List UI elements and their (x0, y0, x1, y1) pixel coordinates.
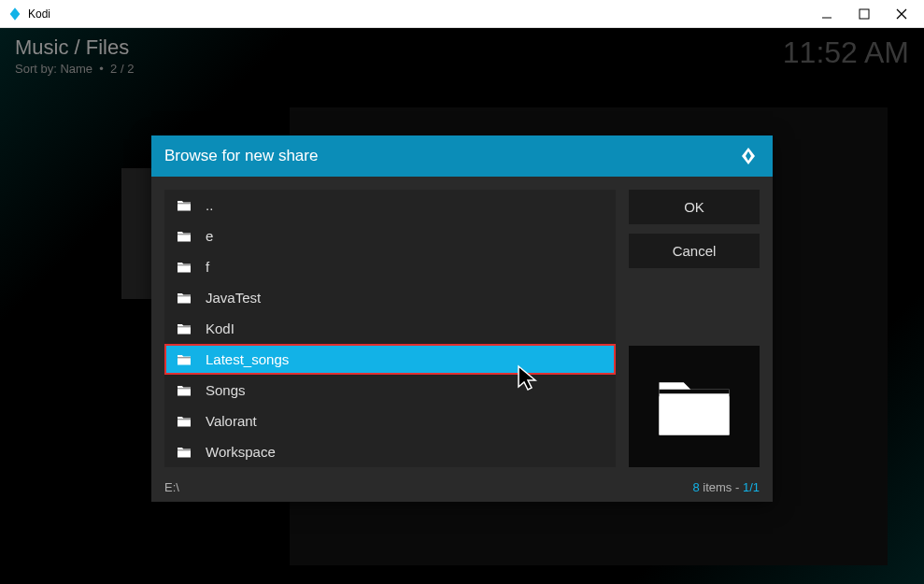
svg-rect-10 (178, 326, 191, 327)
cancel-button[interactable]: Cancel (629, 234, 760, 268)
folder-preview (629, 346, 760, 467)
big-folder-icon (652, 372, 736, 442)
minimize-button[interactable] (816, 3, 838, 25)
folder-icon (176, 384, 192, 397)
file-label: JavaTest (206, 290, 261, 306)
window-title: Kodi (28, 7, 816, 21)
folder-icon (176, 292, 192, 305)
dialog-title: Browse for new share (164, 147, 318, 165)
list-item[interactable]: Latest_songs (164, 344, 616, 375)
folder-icon (176, 261, 192, 274)
close-button[interactable] (890, 3, 913, 25)
kodi-app-icon (7, 7, 22, 21)
list-item[interactable]: f (164, 251, 616, 282)
file-label: Workspace (206, 444, 276, 460)
list-item[interactable]: JavaTest (164, 282, 616, 313)
current-path: E:\ (164, 480, 179, 494)
file-label: Songs (206, 382, 246, 398)
maximize-button[interactable] (853, 3, 875, 25)
breadcrumb: Music / Files (15, 36, 134, 60)
list-item[interactable]: Valorant (164, 406, 616, 436)
svg-rect-7 (178, 234, 191, 235)
list-item[interactable]: Songs (164, 375, 616, 406)
browse-dialog: Browse for new share ..efJavaTestKodILat… (151, 135, 773, 502)
list-item[interactable]: e (164, 221, 616, 251)
file-label: Latest_songs (206, 351, 289, 367)
list-item[interactable]: Workspace (164, 436, 616, 467)
window-title-bar: Kodi (0, 0, 924, 28)
svg-rect-15 (660, 396, 730, 434)
app-body: Music / Files Sort by: Name • 2 / 2 11:5… (0, 28, 924, 584)
ok-button[interactable]: OK (629, 190, 760, 224)
svg-rect-6 (178, 203, 191, 204)
dialog-header: Browse for new share (151, 135, 773, 177)
svg-rect-1 (860, 9, 869, 19)
folder-icon (176, 415, 192, 428)
kodi-logo-icon (737, 145, 760, 167)
svg-rect-11 (178, 357, 191, 358)
folder-icon (176, 446, 192, 459)
svg-rect-8 (178, 264, 191, 265)
folder-icon (176, 322, 192, 335)
item-count: 8 items - 1/1 (692, 480, 760, 494)
list-item[interactable]: KodI (164, 313, 616, 344)
file-label: f (206, 259, 209, 275)
svg-rect-12 (178, 388, 191, 389)
file-label: Valorant (206, 413, 257, 429)
folder-icon (176, 353, 192, 366)
file-label: KodI (206, 320, 235, 336)
list-item[interactable]: .. (164, 190, 616, 221)
svg-rect-16 (660, 389, 730, 393)
clock: 11:52 AM (783, 36, 909, 70)
file-label: .. (206, 197, 213, 213)
folder-icon (176, 230, 192, 243)
dialog-footer: E:\ 8 items - 1/1 (151, 473, 773, 502)
file-list[interactable]: ..efJavaTestKodILatest_songsSongsValoran… (164, 190, 616, 467)
svg-rect-9 (178, 295, 191, 296)
sort-info: Sort by: Name • 2 / 2 (15, 62, 134, 76)
svg-rect-13 (178, 419, 191, 420)
folder-icon (176, 199, 192, 212)
file-label: e (206, 228, 213, 244)
svg-rect-14 (178, 449, 191, 450)
